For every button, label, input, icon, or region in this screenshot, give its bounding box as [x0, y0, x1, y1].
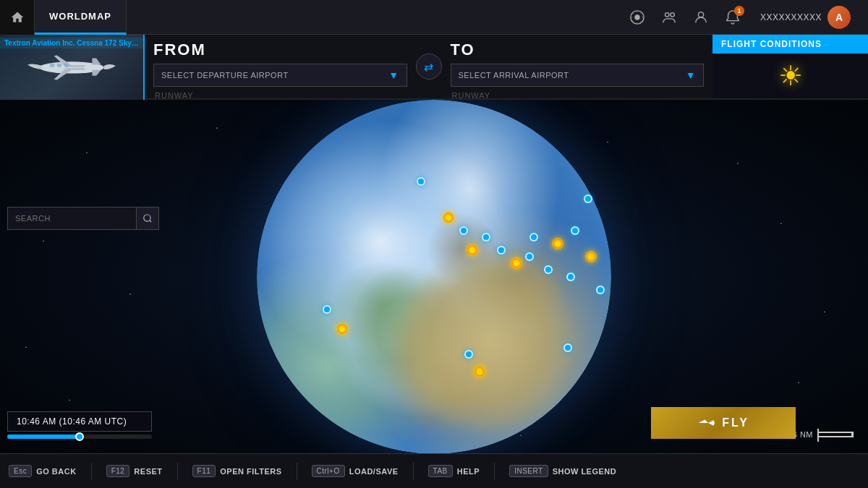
top-nav: WORLDMAP — [0, 0, 868, 35]
help-label: HELP — [457, 467, 480, 476]
search-bar — [7, 207, 159, 230]
bottom-toolbar: Esc GO BACK F12 RESET F11 OPEN FILTERS C… — [0, 453, 868, 488]
user-avatar: A — [827, 6, 851, 29]
reset-item[interactable]: F12 RESET — [106, 465, 163, 477]
map-area[interactable]: 486 NM 10:46 AM (10:46 AM UTC) FLY — [0, 100, 868, 453]
svg-rect-8 — [57, 64, 62, 67]
conditions-panel: FLIGHT CONDITIONS ☀ — [712, 35, 868, 98]
search-button[interactable] — [136, 207, 159, 230]
username-label: XXXXXXXXXX — [760, 12, 822, 22]
to-airport-row: SELECT ARRIVAL AIRPORT ▼ — [451, 64, 705, 87]
to-label: TO — [451, 40, 705, 59]
divider-3 — [297, 463, 297, 480]
reset-label: RESET — [134, 467, 162, 476]
user-area[interactable]: XXXXXXXXXX A — [752, 0, 859, 35]
earth-globe — [257, 100, 611, 453]
divider-1 — [91, 463, 92, 480]
settings-icon-btn[interactable] — [624, 4, 650, 30]
community-icon-btn[interactable] — [656, 4, 682, 30]
ctrl-o-key: Ctrl+O — [312, 465, 345, 477]
svg-point-3 — [665, 12, 669, 16]
tab-key: TAB — [428, 465, 453, 477]
nav-icons: 1 XXXXXXXXXX A — [624, 0, 868, 35]
divider-5 — [494, 463, 495, 480]
profile-icon-btn[interactable] — [688, 4, 714, 30]
home-button[interactable] — [0, 0, 35, 35]
esc-key: Esc — [9, 465, 32, 477]
open-filters-label: OPEN FILTERS — [220, 467, 281, 476]
go-back-item[interactable]: Esc GO BACK — [9, 465, 77, 477]
load-save-label: LOAD/SAVE — [349, 467, 399, 476]
time-slider-fill — [7, 435, 80, 439]
f11-key: F11 — [192, 465, 216, 477]
svg-point-10 — [144, 215, 150, 221]
time-display: 10:46 AM (10:46 AM UTC) — [7, 411, 152, 432]
earth-atmosphere — [257, 100, 611, 453]
from-section: FROM SELECT DEPARTURE AIRPORT ▼ RUNWAY — [145, 35, 416, 98]
notifications-icon-btn[interactable]: 1 — [720, 4, 746, 30]
help-item[interactable]: TAB HELP — [428, 465, 480, 477]
weather-sun-icon: ☀ — [778, 60, 803, 92]
time-slider[interactable] — [7, 435, 152, 439]
svg-point-5 — [698, 12, 703, 17]
time-slider-handle[interactable] — [75, 432, 84, 441]
divider-4 — [413, 463, 414, 480]
load-save-item[interactable]: Ctrl+O LOAD/SAVE — [312, 465, 399, 477]
f12-key: F12 — [106, 465, 130, 477]
divider-2 — [177, 463, 178, 480]
fly-button[interactable]: FLY — [651, 407, 796, 439]
svg-point-1 — [634, 14, 639, 20]
scale-bar — [817, 432, 854, 437]
worldmap-tab[interactable]: WORLDMAP — [35, 0, 127, 35]
conditions-body[interactable]: ☀ — [712, 53, 868, 98]
svg-point-4 — [671, 12, 675, 16]
to-dropdown-chevron: ▼ — [686, 69, 696, 81]
swap-button[interactable]: ⇄ — [416, 53, 442, 80]
to-section: TO SELECT ARRIVAL AIRPORT ▼ RUNWAY — [442, 35, 713, 98]
show-legend-item[interactable]: INSERT SHOW LEGEND — [509, 465, 616, 477]
plane-bar: Textron Aviation Inc. Cessna 172 Skyha — [0, 35, 868, 100]
svg-rect-7 — [64, 64, 69, 67]
show-legend-label: SHOW LEGEND — [553, 467, 617, 476]
to-runway-label: RUNWAY — [451, 91, 705, 100]
from-airport-row: SELECT DEPARTURE AIRPORT ▼ — [153, 64, 407, 87]
insert-key: INSERT — [509, 465, 548, 477]
from-label: FROM — [153, 40, 407, 59]
notification-badge: 1 — [734, 6, 744, 16]
from-dropdown-chevron: ▼ — [388, 69, 399, 81]
go-back-label: GO BACK — [36, 467, 76, 476]
from-airport-dropdown[interactable]: SELECT DEPARTURE AIRPORT ▼ — [153, 64, 407, 87]
conditions-header[interactable]: FLIGHT CONDITIONS — [712, 35, 868, 53]
open-filters-item[interactable]: F11 OPEN FILTERS — [192, 465, 282, 477]
time-bar: 10:46 AM (10:46 AM UTC) — [7, 411, 152, 439]
svg-rect-9 — [50, 64, 55, 67]
plane-thumbnail[interactable]: Textron Aviation Inc. Cessna 172 Skyha — [0, 35, 145, 100]
to-airport-dropdown[interactable]: SELECT ARRIVAL AIRPORT ▼ — [451, 64, 705, 87]
from-runway-label: RUNWAY — [153, 91, 407, 100]
